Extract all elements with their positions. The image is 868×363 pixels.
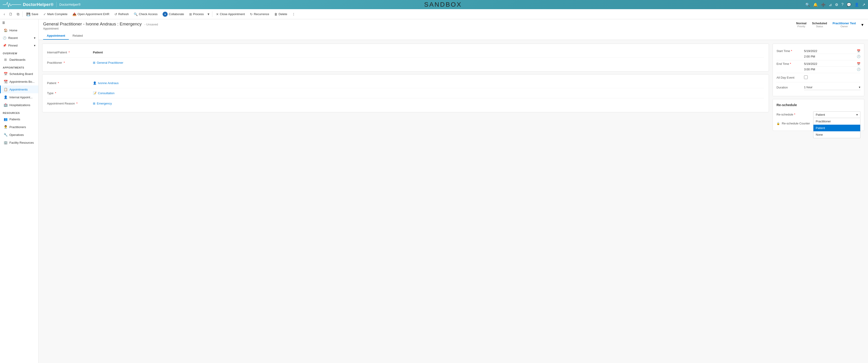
practitioners-icon: 👨‍⚕️ xyxy=(3,125,7,129)
mark-complete-button[interactable]: ✓ Mark Complete xyxy=(41,11,70,17)
search-icon[interactable]: 🔍 xyxy=(805,2,810,7)
check-access-button[interactable]: 🔍 Check Access xyxy=(131,11,160,17)
start-time-value[interactable]: 2:00 PM xyxy=(804,55,815,58)
bell-icon[interactable]: 🔔 xyxy=(813,2,818,7)
hamburger-icon: ☰ xyxy=(2,21,5,25)
page-subtitle: Appointment xyxy=(43,27,158,30)
main-layout: ☰ 🏠 Home 🕐 Recent ▾ 📌 Pinned ▾ Overview … xyxy=(0,19,868,363)
process-chevron-button[interactable]: ▾ xyxy=(206,11,211,18)
sidebar-item-operatives[interactable]: 🔧 Operatives xyxy=(0,131,38,139)
value-type[interactable]: 📝 Consultation xyxy=(93,92,764,95)
hamburger-button[interactable]: ☰ xyxy=(0,19,38,26)
help-icon[interactable]: ? xyxy=(841,2,843,7)
reschedule-row: Re-schedule * Patient ▾ Practitioner Pat… xyxy=(776,109,861,120)
option-patient[interactable]: Patient xyxy=(813,125,860,131)
tab-related[interactable]: Related xyxy=(69,32,87,40)
sidebar-item-scheduling-board[interactable]: 📅 Scheduling Board xyxy=(0,70,38,78)
settings-icon[interactable]: ⚙ xyxy=(835,2,838,7)
row-duration: Duration 1 hour ▾ xyxy=(776,82,861,92)
type-link-icon: 📝 xyxy=(93,92,97,95)
card-patient-details: Patient * 👤 Ivonne Andraus Type * xyxy=(42,74,769,112)
section-appointments: Appointments xyxy=(0,64,38,70)
patient-link-icon: 👤 xyxy=(93,81,97,85)
top-header: DoctorHelper® DoctorHelper® SANDBOX 🔍 🔔 … xyxy=(0,0,868,9)
row-internal-patient: Internal/Patient * Patient xyxy=(47,47,764,58)
duration-value: 1 hour xyxy=(804,86,812,89)
more-button[interactable]: ⋮ xyxy=(290,11,298,17)
chat-icon[interactable]: 💬 xyxy=(847,2,851,7)
sidebar: ☰ 🏠 Home 🕐 Recent ▾ 📌 Pinned ▾ Overview … xyxy=(0,19,38,363)
option-practitioner[interactable]: Practitioner xyxy=(813,118,860,125)
form-content: Internal/Patient * Patient Practitioner … xyxy=(38,40,868,363)
dashboards-icon: ⊞ xyxy=(3,58,7,61)
section-resources: Resources xyxy=(0,109,38,115)
duration-dropdown[interactable]: 1 hour ▾ xyxy=(804,85,861,90)
filter-icon[interactable]: ⊿ xyxy=(829,2,832,7)
pinned-chevron-icon: ▾ xyxy=(34,44,35,47)
nav-window-button[interactable]: ⧉ xyxy=(15,11,21,18)
home-icon: 🏠 xyxy=(3,28,7,32)
sidebar-item-hospitalizations[interactable]: 🏥 Hospitalizations xyxy=(0,101,38,109)
status-value: Scheduled xyxy=(812,22,827,25)
sidebar-item-dashboards[interactable]: ⊞ Dashboards xyxy=(0,56,38,64)
more-icon: ⋮ xyxy=(292,12,295,16)
user-icon[interactable]: 👤 xyxy=(855,2,859,7)
value-practitioner[interactable]: ⊞ General Practitioner xyxy=(93,61,764,64)
unsaved-label: - Unsaved xyxy=(145,23,158,26)
sidebar-item-appointments-bo[interactable]: 📆 Appointments Bo... xyxy=(0,78,38,86)
nav-back-button[interactable]: ‹ xyxy=(2,11,7,18)
sidebar-item-recent[interactable]: 🕐 Recent ▾ xyxy=(0,34,38,42)
external-icon[interactable]: ↗ xyxy=(862,2,865,7)
owner-value[interactable]: Practitioner Test xyxy=(833,22,856,25)
value-appointment-reason[interactable]: ⊞ Emergency xyxy=(93,102,764,105)
access-icon: 🔍 xyxy=(134,12,137,16)
reschedule-dropdown[interactable]: Patient ▾ xyxy=(813,111,861,118)
header-separator xyxy=(56,2,57,7)
nav-forward-button[interactable]: 🗋 xyxy=(7,11,14,18)
meta-priority: Normal Priority xyxy=(796,22,807,28)
clock-end-icon[interactable]: 🕑 xyxy=(857,68,861,71)
refresh-button[interactable]: ↺ Refresh xyxy=(112,11,131,17)
end-time-value[interactable]: 3:00 PM xyxy=(804,68,815,71)
tab-appointment[interactable]: Appointment xyxy=(43,32,69,40)
pinned-icon: 📌 xyxy=(3,44,6,47)
sidebar-item-patients[interactable]: 👥 Patients xyxy=(0,115,38,123)
row-all-day: All Day Event xyxy=(776,73,861,82)
delete-button[interactable]: 🗑 Delete xyxy=(272,11,290,17)
sidebar-item-home[interactable]: 🏠 Home xyxy=(0,26,38,34)
calendar-start-icon[interactable]: 📅 xyxy=(857,49,861,53)
owner-label: Owner xyxy=(833,25,856,28)
page-title-row: General Practitioner - Ivonne Andraus : … xyxy=(43,22,863,30)
value-patient[interactable]: 👤 Ivonne Andraus xyxy=(93,81,764,85)
sidebar-item-internal-appoint[interactable]: 👤 Internal Appoint... xyxy=(0,93,38,101)
collaborate-button[interactable]: ● Collaborate xyxy=(160,10,186,18)
form-left: Internal/Patient * Patient Practitioner … xyxy=(42,43,769,359)
reschedule-title: Re-schedule xyxy=(776,103,861,107)
sidebar-item-practitioners[interactable]: 👨‍⚕️ Practitioners xyxy=(0,123,38,131)
plus-icon[interactable]: ➕ xyxy=(821,2,826,7)
label-internal-patient: Internal/Patient * xyxy=(47,51,93,54)
end-date-value[interactable]: 5/19/2022 xyxy=(804,62,817,66)
sidebar-item-pinned[interactable]: 📌 Pinned ▾ xyxy=(0,42,38,49)
calendar-end-icon[interactable]: 📅 xyxy=(857,62,861,66)
value-internal-patient: Patient xyxy=(93,51,764,54)
internal-icon: 👤 xyxy=(3,95,7,99)
delete-icon: 🗑 xyxy=(274,12,278,16)
clock-start-icon[interactable]: 🕐 xyxy=(857,55,861,58)
start-date-value[interactable]: 5/19/2022 xyxy=(804,49,817,53)
recurrence-button[interactable]: ↻ Recurrence xyxy=(248,11,272,17)
all-day-checkbox[interactable] xyxy=(804,75,808,79)
process-button[interactable]: ⊞ Process xyxy=(187,11,206,17)
open-ehr-button[interactable]: 📤 Open Appointment EHR xyxy=(70,11,112,17)
header-icons: 🔍 🔔 ➕ ⊿ ⚙ ? 💬 👤 ↗ xyxy=(805,2,865,7)
close-appointment-button[interactable]: ✕ Close Appointment xyxy=(214,11,247,17)
sandbox-title: SANDBOX xyxy=(81,1,806,8)
label-patient: Patient * xyxy=(47,81,93,85)
sidebar-item-appointments[interactable]: 📋 Appointments xyxy=(0,86,38,93)
sidebar-item-facility[interactable]: 🏢 Facility Resources xyxy=(0,139,38,146)
meta-expand-button[interactable]: ▾ xyxy=(861,22,863,27)
save-button[interactable]: 💾 Save xyxy=(24,11,40,17)
option-none[interactable]: None xyxy=(813,131,860,138)
section-overview: Overview xyxy=(0,49,38,56)
meta-status: Scheduled Status xyxy=(812,22,827,28)
